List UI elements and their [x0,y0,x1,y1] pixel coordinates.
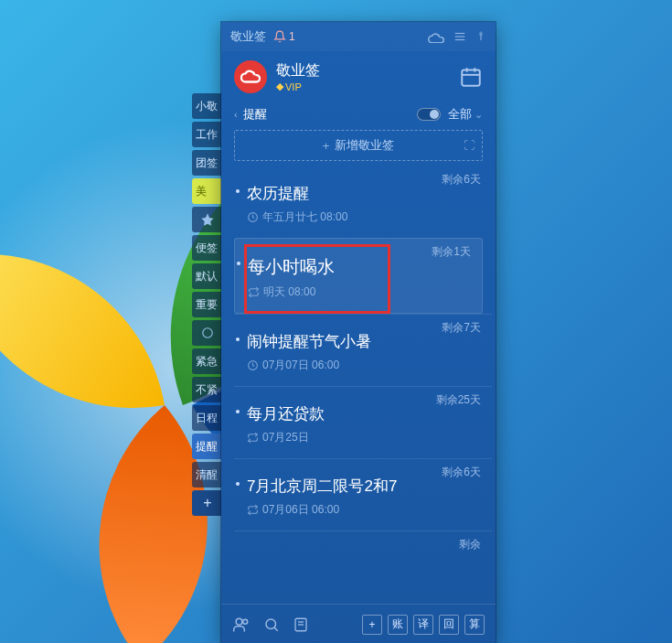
remaining-days: 剩余 [459,537,481,552]
sidebar-tab[interactable]: 工作 [192,122,223,147]
filter-all-button[interactable]: 全部 ⌄ [448,106,483,123]
bullet-icon [236,410,240,413]
sidebar-tab[interactable] [192,320,223,346]
bottom-toolbar: +账译回算 [221,604,496,643]
header-title: 敬业签 [276,61,320,80]
remaining-days: 剩余6天 [442,172,481,188]
reminder-time: 07月07日 06:00 [247,358,483,373]
toolbar-button[interactable]: 译 [413,615,433,635]
category-sidebar: 小敬工作团签美便签默认重要紧急不紧日程提醒清醒+ [192,93,223,516]
menu-icon[interactable] [453,30,466,43]
search-icon[interactable] [263,616,280,633]
toolbar-button[interactable]: 账 [388,615,408,635]
vip-badge: ◆VIP [276,80,320,92]
reminder-item[interactable]: 剩余6天农历提醒年五月廿七 08:00 [234,166,492,238]
titlebar: 敬业签 1 [221,22,496,51]
sidebar-tab[interactable]: 不紧 [192,377,223,402]
app-window: 敬业签 1 敬业签 ◆VIP [221,22,496,643]
svg-point-0 [203,328,213,338]
chevron-down-icon: ⌄ [475,109,483,121]
add-note-button[interactable]: + 新增敬业签 ⛶ [234,130,483,161]
contacts-icon[interactable] [232,616,251,634]
sidebar-tab[interactable]: 美 [192,178,223,204]
reminder-time: 明天 08:00 [248,284,473,300]
remaining-days: 剩余1天 [432,244,471,260]
chevron-left-icon[interactable]: ‹ [234,109,238,120]
current-tab-label[interactable]: 提醒 [243,106,267,123]
sidebar-tab[interactable]: 清醒 [192,462,223,488]
reminder-time: 07月06日 06:00 [247,502,483,518]
repeat-icon [248,286,260,298]
pin-icon[interactable] [475,30,486,43]
sidebar-tab[interactable]: 默认 [192,263,223,289]
filter-toggle[interactable] [417,108,441,121]
svg-point-12 [243,619,248,624]
clock-icon [247,359,259,371]
bullet-icon [236,189,240,193]
bullet-icon [237,262,240,265]
reminder-item[interactable]: 剩余25天每月还贷款07月25日 [234,386,492,458]
repeat-icon [247,504,259,516]
notes-icon[interactable] [293,616,309,633]
expand-icon[interactable]: ⛶ [464,139,475,152]
remaining-days: 剩余25天 [436,392,481,408]
reminder-item[interactable]: 剩余6天7月北京周二限号2和707月06日 06:00 [234,458,492,530]
bullet-icon [236,482,240,486]
app-header: 敬业签 ◆VIP [221,51,496,102]
bullet-icon [236,338,240,341]
titlebar-appname: 敬业签 [230,28,266,45]
svg-rect-5 [462,70,480,85]
notification-icon[interactable]: 1 [273,30,295,43]
reminder-list: 剩余6天农历提醒年五月廿七 08:00剩余1天每小时喝水明天 08:00剩余7天… [221,166,496,604]
add-note-label: 新增敬业签 [335,137,394,154]
sidebar-tab[interactable]: 日程 [192,405,223,431]
sidebar-tab[interactable]: 团签 [192,150,223,176]
remaining-days: 剩余7天 [442,320,481,336]
toolbar-button[interactable]: 回 [439,615,459,635]
toolbar-button[interactable]: + [362,615,382,635]
sidebar-tab[interactable]: 便签 [192,235,223,261]
repeat-icon [247,432,259,444]
reminder-time: 年五月廿七 08:00 [247,209,483,225]
sidebar-tab[interactable]: 重要 [192,292,223,317]
cloud-sync-icon[interactable] [428,30,444,43]
reminder-time: 07月25日 [247,430,483,445]
calendar-icon[interactable] [459,65,483,89]
sidebar-tab[interactable] [192,207,223,232]
app-logo [234,60,267,93]
remaining-days: 剩余6天 [442,465,481,480]
sidebar-tab[interactable]: 紧急 [192,348,223,374]
sidebar-tab[interactable]: 提醒 [192,434,223,459]
svg-line-14 [274,627,278,631]
sidebar-add-button[interactable]: + [192,490,223,516]
svg-point-13 [266,619,276,629]
reminder-item[interactable]: 剩余7天闹钟提醒节气小暑07月07日 06:00 [234,314,492,386]
svg-point-11 [236,618,242,625]
clock-icon [247,211,259,223]
reminder-item[interactable]: 剩余1天每小时喝水明天 08:00 [234,238,483,314]
sidebar-tab[interactable]: 小敬 [192,93,223,119]
notification-count: 1 [289,30,295,43]
toolbar-button[interactable]: 算 [464,615,485,635]
tab-row: ‹ 提醒 全部 ⌄ [221,102,496,130]
